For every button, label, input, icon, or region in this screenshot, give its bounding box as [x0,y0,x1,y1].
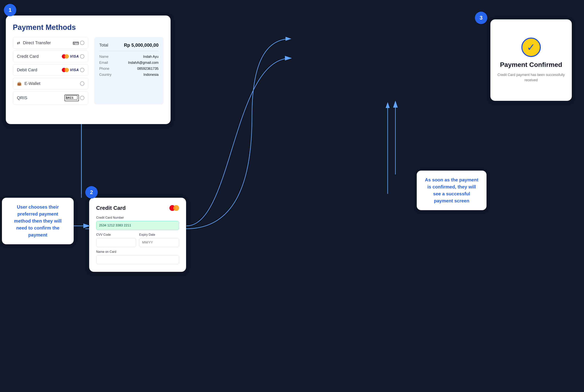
phone-value: 08592361735 [137,67,158,71]
cvv-input[interactable] [96,238,136,247]
method-qris[interactable]: QRIS QRIS [13,91,88,104]
svg-rect-5 [73,43,78,43]
payment-confirmed-panel: ✓ Payment Confirmed Credit Card payment … [490,20,572,101]
svg-rect-6 [74,44,75,44]
country-value: Indonesia [143,73,158,77]
confirmed-subtitle: Credit Card payment has been successfull… [490,72,572,83]
radio-debit-card[interactable] [80,68,84,72]
method-ewallet[interactable]: 👜 E-Wallet [13,78,88,89]
radio-direct-transfer[interactable] [80,41,84,45]
summary-email-row: Email IndahA@gmail.com [99,61,158,65]
method-direct-transfer[interactable]: ⇄ Direct Transfer [13,37,88,49]
cvv-label: CVV Code [96,233,136,236]
summary-country-row: Country Indonesia [99,73,158,77]
total-label: Total [99,43,108,48]
method-label-debit-card: Debit Card [17,68,37,72]
check-icon: ✓ [527,42,535,52]
email-value: IndahA@gmail.com [128,61,158,65]
callout-left-text: User chooses their preferred payment met… [8,204,67,238]
expiry-input[interactable] [139,238,179,247]
name-on-card-input[interactable] [96,255,179,264]
confirmed-title: Payment Confirmed [500,61,562,68]
visa-debit-icon: VISA [70,68,79,72]
step2-badge: 2 [85,186,98,198]
credit-card-title: Credit Card [96,205,126,211]
transfer-icon: ⇄ [17,40,20,45]
step1-badge: 1 [4,4,16,16]
method-label-direct-transfer: Direct Transfer [23,40,51,45]
radio-qris[interactable] [80,96,84,100]
method-label-ewallet: E-Wallet [24,81,40,86]
callout-left: User chooses their preferred payment met… [2,198,74,244]
summary-name-row: Name Indah Ayu [99,55,158,59]
name-on-card-label: Name on Card [96,250,179,254]
email-label: Email [99,61,115,65]
callout-right: As soon as the payment is confirmed, the… [417,170,487,210]
step3-badge: 3 [475,12,487,24]
card-number-label: Credit Card Number [96,216,179,220]
card-number-input[interactable] [96,221,179,230]
expiry-label: Expiry Date [139,233,179,236]
payment-methods-title: Payment Methods [13,23,164,32]
mastercard-debit-icon [62,68,69,72]
country-label: Country [99,73,115,77]
credit-card-panel: Credit Card Credit Card Number CVV Code … [89,198,186,272]
payment-methods-panel: Payment Methods ⇄ Direct Transfer [6,16,171,124]
check-circle: ✓ [521,38,541,57]
phone-label: Phone [99,67,115,71]
summary-phone-row: Phone 08592361735 [99,67,158,71]
radio-ewallet[interactable] [80,82,84,86]
name-label: Name [99,55,115,59]
methods-list: ⇄ Direct Transfer Credit Card [13,37,88,104]
svg-text:QRIS: QRIS [66,96,74,99]
qris-icon: QRIS [64,94,79,101]
method-label-qris: QRIS [17,96,27,100]
ewallet-icon: 👜 [17,81,22,86]
name-value: Indah Ayu [143,55,158,59]
callout-right-text: As soon as the payment is confirmed, the… [423,176,480,204]
mastercard-icon [62,54,69,59]
total-value: Rp 5,000,000,00 [124,42,158,48]
visa-icon: VISA [70,54,79,58]
method-credit-card[interactable]: Credit Card VISA [13,50,88,62]
mastercard-cc-icon [169,205,179,211]
radio-credit-card[interactable] [80,54,84,58]
method-debit-card[interactable]: Debit Card VISA [13,64,88,76]
payment-summary: Total Rp 5,000,000,00 Name Indah Ayu Ema… [94,37,164,104]
method-label-credit-card: Credit Card [17,54,38,59]
transfer-bank-icon [73,41,79,45]
